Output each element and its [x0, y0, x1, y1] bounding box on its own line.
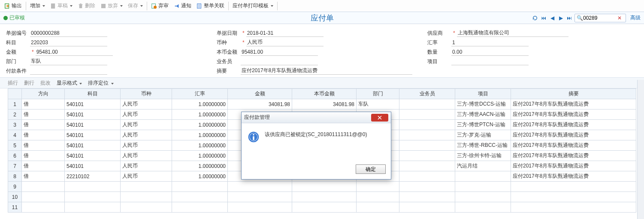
- cell[interactable]: [121, 182, 172, 192]
- cell[interactable]: 人民币: [121, 130, 172, 140]
- cell[interactable]: [399, 151, 455, 161]
- clear-icon[interactable]: ✕: [617, 15, 622, 21]
- cell[interactable]: 三方-徐州卡特-运输: [455, 151, 511, 161]
- cell[interactable]: 借: [22, 99, 65, 110]
- cell[interactable]: 应付2017年8月车队甄通物流运费: [511, 130, 636, 140]
- cell[interactable]: [511, 182, 636, 192]
- bill-no-value[interactable]: 0000000288: [30, 29, 107, 37]
- cell[interactable]: [172, 202, 228, 213]
- cell[interactable]: 人民币: [121, 110, 172, 120]
- cell[interactable]: [292, 182, 357, 192]
- cell[interactable]: [228, 182, 292, 192]
- col-header[interactable]: 科目: [65, 89, 121, 99]
- cell[interactable]: [455, 182, 511, 192]
- col-header[interactable]: 项目: [455, 89, 511, 99]
- cell[interactable]: 34081.98: [228, 99, 292, 110]
- link-button[interactable]: 整单关联: [194, 1, 227, 11]
- bill-date-value[interactable]: 2018-01-31: [246, 29, 324, 37]
- cell[interactable]: 2: [8, 110, 22, 120]
- cell[interactable]: 34081.98: [292, 99, 357, 110]
- col-header[interactable]: 方向: [22, 89, 65, 99]
- cell[interactable]: 540101: [65, 161, 121, 171]
- cell[interactable]: 5: [8, 140, 22, 151]
- vertical-scrollbar[interactable]: [637, 80, 644, 219]
- cell[interactable]: 1.00000000: [172, 151, 228, 161]
- operator-value[interactable]: [241, 58, 318, 65]
- cell[interactable]: [399, 110, 455, 120]
- subject-value[interactable]: 220203: [30, 39, 107, 46]
- cell[interactable]: [399, 161, 455, 171]
- draft-button[interactable]: 草稿: [48, 1, 75, 11]
- cell[interactable]: 应付2017年8月车队甄通物流运费: [511, 110, 636, 120]
- cell[interactable]: 1.00000000: [172, 130, 228, 140]
- pay-terms-value[interactable]: [30, 67, 107, 75]
- cell[interactable]: [399, 130, 455, 140]
- delete-row-link[interactable]: 删行: [24, 79, 34, 87]
- cell[interactable]: [357, 202, 399, 213]
- notify-button[interactable]: 通知: [171, 1, 194, 11]
- cell[interactable]: 9: [8, 182, 22, 192]
- supplier-value[interactable]: 上海甄通物流有限公司: [457, 29, 568, 37]
- amount-value[interactable]: 95481.00: [36, 48, 113, 56]
- sort-link[interactable]: 排序定位: [88, 79, 113, 87]
- table-row[interactable]: 1借540101人民币1.0000000034081.9834081.98车队三…: [8, 99, 636, 110]
- cell[interactable]: 6: [8, 151, 22, 161]
- cell[interactable]: [399, 192, 455, 202]
- cell[interactable]: [357, 192, 399, 202]
- cell[interactable]: 三方-罗克-运输: [455, 130, 511, 140]
- cell[interactable]: 应付2017年8月车队甄通物流运费: [511, 161, 636, 171]
- save-button[interactable]: 保存: [125, 1, 145, 11]
- cell[interactable]: [292, 202, 357, 213]
- refresh-icon[interactable]: [532, 15, 538, 21]
- advanced-link[interactable]: 高级: [630, 14, 641, 21]
- col-header[interactable]: 本币金额: [292, 89, 357, 99]
- cell[interactable]: [22, 182, 65, 192]
- dialog-close-button[interactable]: [371, 114, 388, 122]
- next-icon[interactable]: ▶: [557, 15, 564, 21]
- cell[interactable]: [292, 192, 357, 202]
- cell[interactable]: [399, 120, 455, 130]
- cell[interactable]: [22, 192, 65, 202]
- cell[interactable]: 借: [22, 140, 65, 151]
- cell[interactable]: 三方-博世DCCS-运输: [455, 99, 511, 110]
- local-amount-value[interactable]: 95481.00: [241, 48, 318, 56]
- insert-row-link[interactable]: 插行: [8, 79, 18, 87]
- print-template-button[interactable]: 应付单打印模板: [230, 1, 276, 11]
- cell[interactable]: 人民币: [121, 161, 172, 171]
- cell[interactable]: 应付2017年8月车队甄通物流运费: [511, 151, 636, 161]
- cell[interactable]: [511, 202, 636, 213]
- abandon-button[interactable]: 放弃: [98, 1, 125, 11]
- cell[interactable]: [22, 202, 65, 213]
- cell[interactable]: 车队: [357, 99, 399, 110]
- cell[interactable]: 540101: [65, 151, 121, 161]
- cell[interactable]: [228, 192, 292, 202]
- cell[interactable]: 借: [22, 120, 65, 130]
- cell[interactable]: [65, 192, 121, 202]
- table-row[interactable]: 10: [8, 192, 636, 202]
- cell[interactable]: [455, 202, 511, 213]
- output-button[interactable]: 输出: [2, 1, 24, 11]
- summary-value[interactable]: 应付2017年8月车队甄通物流运费: [241, 67, 412, 75]
- currency-value[interactable]: 人民币: [246, 39, 324, 46]
- cell[interactable]: [399, 182, 455, 192]
- delete-button[interactable]: 删除: [75, 1, 98, 11]
- cell[interactable]: 借: [22, 161, 65, 171]
- cell[interactable]: [172, 192, 228, 202]
- col-header[interactable]: 汇率: [172, 89, 228, 99]
- cell[interactable]: 借: [22, 151, 65, 161]
- cell[interactable]: [121, 192, 172, 202]
- cell[interactable]: 人民币: [121, 140, 172, 151]
- cell[interactable]: 应付2017年8月车队甄通物流运费: [511, 171, 636, 182]
- cell[interactable]: [65, 202, 121, 213]
- cell[interactable]: 4: [8, 130, 22, 140]
- cell[interactable]: [399, 140, 455, 151]
- cell[interactable]: 540101: [65, 99, 121, 110]
- col-header[interactable]: 摘要: [511, 89, 636, 99]
- cell[interactable]: 借: [22, 110, 65, 120]
- cell[interactable]: 22210102: [65, 171, 121, 182]
- cell[interactable]: 汽运月结: [455, 161, 511, 171]
- display-format-link[interactable]: 显示格式: [57, 79, 82, 87]
- cell[interactable]: 人民币: [121, 151, 172, 161]
- col-header[interactable]: 部门: [357, 89, 399, 99]
- cell[interactable]: [172, 182, 228, 192]
